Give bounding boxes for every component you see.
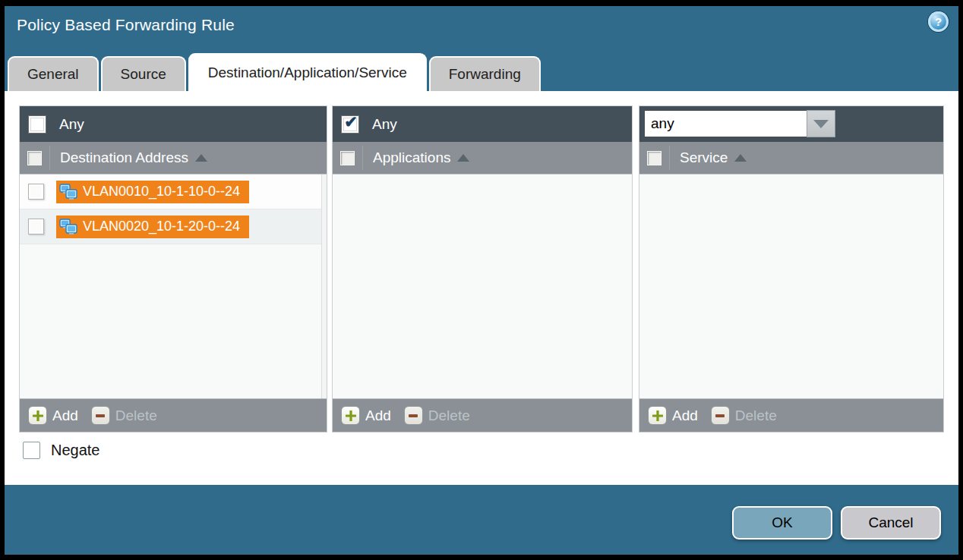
applications-list bbox=[333, 175, 632, 398]
negate-option: Negate bbox=[23, 442, 100, 459]
applications-any-bar: Any bbox=[333, 106, 632, 142]
sort-asc-icon bbox=[457, 154, 469, 162]
delete-button[interactable]: Delete bbox=[115, 407, 157, 424]
network-address-icon bbox=[59, 184, 77, 200]
applications-select-all-checkbox[interactable] bbox=[340, 151, 355, 165]
table-row[interactable]: VLAN0010_10-1-10-0--24 bbox=[20, 175, 327, 209]
service-list bbox=[639, 175, 943, 398]
destination-column-header[interactable]: Destination Address bbox=[20, 142, 327, 175]
tab-content: Any Destination Address bbox=[5, 91, 958, 485]
service-panel: Service Add Delete bbox=[639, 105, 944, 433]
service-any-bar bbox=[639, 106, 943, 142]
address-object-label: VLAN0010_10-1-10-0--24 bbox=[83, 184, 240, 200]
table-row[interactable]: VLAN0020_10-1-20-0--24 bbox=[20, 209, 327, 244]
address-object-tag[interactable]: VLAN0010_10-1-10-0--24 bbox=[56, 181, 249, 203]
destination-any-checkbox[interactable] bbox=[28, 115, 46, 134]
sort-asc-icon bbox=[195, 154, 207, 162]
service-column-header[interactable]: Service bbox=[639, 142, 943, 175]
service-footer: Add Delete bbox=[639, 398, 943, 432]
destination-address-panel: Any Destination Address bbox=[19, 105, 327, 433]
applications-column-label: Applications bbox=[373, 149, 450, 166]
applications-panel: Any Applications Add Delete bbox=[332, 105, 633, 433]
delete-icon[interactable] bbox=[91, 406, 110, 425]
add-button[interactable]: Add bbox=[52, 407, 78, 424]
address-object-tag[interactable]: VLAN0020_10-1-20-0--24 bbox=[56, 216, 249, 238]
tab-general[interactable]: General bbox=[8, 56, 99, 91]
address-object-label: VLAN0020_10-1-20-0--24 bbox=[83, 219, 240, 234]
service-dropdown-button[interactable] bbox=[807, 110, 835, 137]
dialog-title: Policy Based Forwarding Rule bbox=[17, 16, 235, 34]
applications-any-checkbox[interactable] bbox=[341, 115, 359, 134]
column-divider bbox=[362, 146, 363, 170]
tab-forwarding[interactable]: Forwarding bbox=[429, 56, 541, 91]
dialog-buttons: OK Cancel bbox=[732, 506, 941, 540]
scrollbar[interactable] bbox=[321, 175, 327, 398]
tab-bar: General Source Destination/Application/S… bbox=[8, 53, 541, 91]
destination-any-label: Any bbox=[59, 116, 84, 133]
tab-source[interactable]: Source bbox=[101, 56, 186, 91]
network-address-icon bbox=[59, 219, 77, 235]
destination-select-all-checkbox[interactable] bbox=[27, 151, 42, 165]
service-combobox bbox=[644, 110, 835, 137]
policy-based-forwarding-rule-dialog: Policy Based Forwarding Rule ? General S… bbox=[5, 6, 958, 555]
negate-label: Negate bbox=[51, 442, 100, 459]
service-select-all-checkbox[interactable] bbox=[647, 151, 661, 165]
add-icon[interactable] bbox=[28, 406, 47, 425]
applications-column-header[interactable]: Applications bbox=[333, 142, 632, 175]
service-column-label: Service bbox=[680, 149, 728, 166]
destination-footer: Add Delete bbox=[20, 398, 327, 432]
destination-any-bar: Any bbox=[20, 106, 327, 142]
chevron-down-icon bbox=[813, 120, 829, 128]
help-icon[interactable]: ? bbox=[928, 11, 949, 32]
applications-footer: Add Delete bbox=[333, 398, 632, 432]
destination-column-label: Destination Address bbox=[60, 149, 188, 166]
column-divider bbox=[49, 146, 50, 170]
row-checkbox[interactable] bbox=[28, 184, 44, 200]
delete-icon[interactable] bbox=[404, 406, 423, 425]
destination-list: VLAN0010_10-1-10-0--24 bbox=[20, 175, 327, 398]
row-checkbox[interactable] bbox=[28, 219, 44, 234]
delete-button[interactable]: Delete bbox=[735, 407, 777, 424]
add-button[interactable]: Add bbox=[672, 407, 698, 424]
ok-button[interactable]: OK bbox=[732, 506, 832, 540]
cancel-button[interactable]: Cancel bbox=[841, 506, 941, 540]
add-icon[interactable] bbox=[341, 406, 360, 425]
negate-checkbox[interactable] bbox=[23, 442, 40, 459]
add-icon[interactable] bbox=[648, 406, 667, 425]
delete-button[interactable]: Delete bbox=[428, 407, 470, 424]
service-dropdown-input[interactable] bbox=[644, 110, 807, 137]
sort-asc-icon bbox=[734, 154, 747, 162]
delete-icon[interactable] bbox=[711, 406, 730, 425]
column-divider bbox=[669, 146, 670, 170]
add-button[interactable]: Add bbox=[365, 407, 391, 424]
tab-destination-application-service[interactable]: Destination/Application/Service bbox=[188, 53, 427, 91]
applications-any-label: Any bbox=[372, 116, 397, 133]
